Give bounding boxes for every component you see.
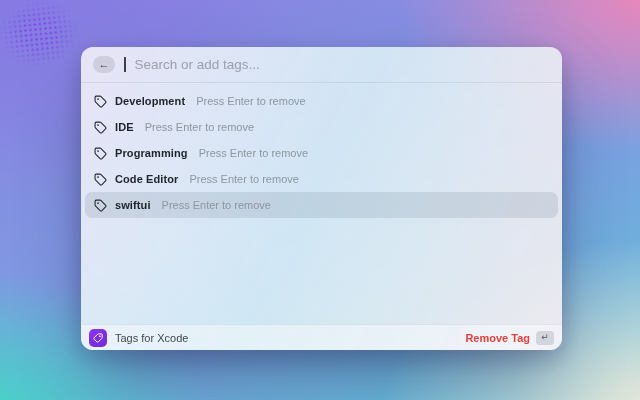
tag-name: Development (115, 95, 185, 107)
text-caret (124, 57, 126, 72)
tag-name: IDE (115, 121, 134, 133)
tag-icon (94, 173, 107, 186)
enter-key-icon: ↵ (536, 331, 554, 345)
footer-actions: Remove Tag ↵ (465, 331, 554, 345)
search-bar: ← (81, 47, 562, 83)
tag-name: swiftui (115, 199, 151, 211)
tag-icon (94, 147, 107, 160)
tag-hint: Press Enter to remove (162, 199, 271, 211)
tag-row-ide[interactable]: IDE Press Enter to remove (85, 114, 558, 140)
tag-name: Programming (115, 147, 188, 159)
tag-hint: Press Enter to remove (199, 147, 308, 159)
tag-icon (94, 95, 107, 108)
tag-hint: Press Enter to remove (189, 173, 298, 185)
tag-hint: Press Enter to remove (145, 121, 254, 133)
footer-bar: Tags for Xcode Remove Tag ↵ (81, 324, 562, 350)
command-palette-window: ← Development Press Enter to remove IDE … (81, 47, 562, 350)
tag-row-swiftui[interactable]: swiftui Press Enter to remove (85, 192, 558, 218)
tag-row-code-editor[interactable]: Code Editor Press Enter to remove (85, 166, 558, 192)
tag-row-programming[interactable]: Programming Press Enter to remove (85, 140, 558, 166)
tag-hint: Press Enter to remove (196, 95, 305, 107)
app-tag-icon (89, 329, 107, 347)
tag-row-development[interactable]: Development Press Enter to remove (85, 88, 558, 114)
tag-name: Code Editor (115, 173, 178, 185)
return-glyph: ↵ (541, 333, 549, 342)
back-arrow-icon: ← (99, 56, 110, 73)
back-button[interactable]: ← (93, 56, 115, 73)
footer-app-name: Tags for Xcode (115, 332, 188, 344)
tag-list: Development Press Enter to remove IDE Pr… (81, 83, 562, 324)
remove-tag-action[interactable]: Remove Tag (465, 332, 530, 344)
tag-icon (94, 121, 107, 134)
tag-icon (94, 199, 107, 212)
search-input[interactable] (135, 57, 551, 72)
